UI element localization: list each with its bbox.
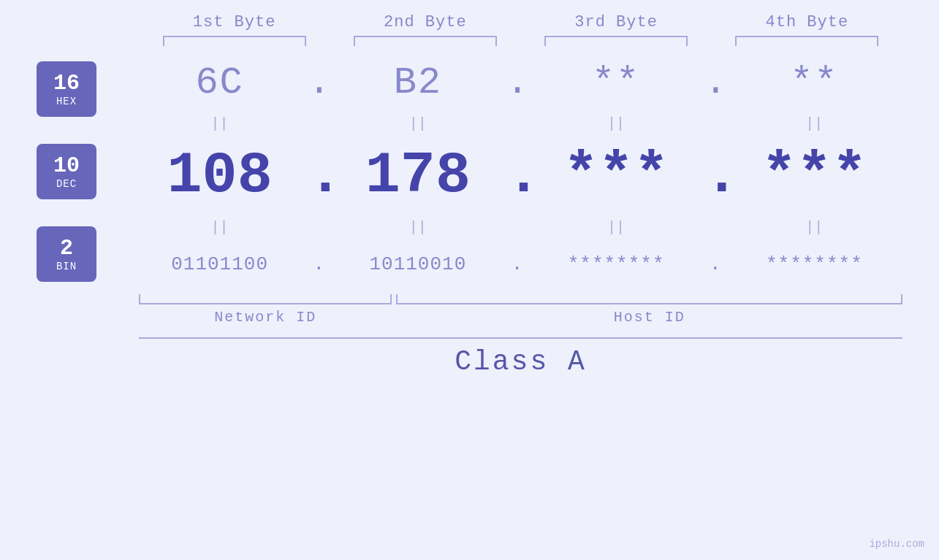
bin-badge-label: BIN — [56, 261, 77, 272]
top-bracket-2 — [354, 36, 497, 46]
eq2-3: || — [528, 219, 704, 236]
hex-badge: 16 HEX — [37, 61, 96, 117]
dec-val-2: 178 — [365, 142, 471, 209]
dec-dot-1: . — [308, 142, 330, 209]
dec-byte-3: *** — [528, 142, 704, 209]
dec-byte-2: 178 — [330, 142, 506, 209]
watermark: ipshu.com — [869, 538, 924, 550]
dec-val-1: 108 — [167, 142, 273, 209]
dec-byte-1: 108 — [132, 142, 308, 209]
bracket-cell-3 — [521, 36, 712, 46]
hex-byte-4: ** — [726, 61, 902, 104]
hex-badge-label: HEX — [56, 96, 77, 107]
hex-val-2: B2 — [394, 61, 442, 104]
network-id-bracket: Network ID — [139, 294, 392, 326]
eq2-1: || — [132, 219, 308, 236]
badge-wrapper-dec: 10 DEC — [37, 128, 132, 215]
bracket-cell-4 — [712, 36, 902, 46]
byte-header-3: 3rd Byte — [521, 13, 712, 31]
dec-val-3: *** — [563, 142, 669, 209]
equals-row-2: || || || || — [132, 215, 902, 239]
bin-val-2: 10110010 — [369, 253, 466, 275]
bracket-cell-2 — [330, 36, 520, 46]
badge-wrapper-bin: 2 BIN — [37, 221, 132, 287]
host-id-label: Host ID — [396, 309, 902, 326]
byte-header-2: 2nd Byte — [330, 13, 520, 31]
dec-dot-3: . — [704, 142, 726, 209]
byte-header-1: 1st Byte — [139, 13, 330, 31]
dec-val-4: *** — [761, 142, 867, 209]
hex-val-3: ** — [592, 61, 640, 104]
eq2-2: || — [330, 219, 506, 236]
hex-row: 6C . B2 . ** . ** — [132, 53, 902, 112]
bin-row: 01101100 . 10110010 . ******** . *******… — [132, 239, 902, 290]
eq2-4: || — [726, 219, 902, 236]
bin-dot-3: . — [704, 253, 726, 275]
main-container: 1st Byte 2nd Byte 3rd Byte 4th Byte 16 H… — [0, 0, 939, 560]
hex-val-4: ** — [790, 61, 838, 104]
dec-badge-number: 10 — [53, 154, 80, 178]
dec-dot-2: . — [506, 142, 528, 209]
bin-byte-1: 01101100 — [132, 253, 308, 275]
eq-4: || — [726, 115, 902, 132]
bin-byte-3: ******** — [528, 253, 704, 275]
badge-wrapper-hex: 16 HEX — [37, 56, 132, 122]
bin-dot-1: . — [308, 253, 330, 275]
bin-val-4: ******** — [766, 253, 863, 275]
bin-val-1: 01101100 — [171, 253, 268, 275]
equals-row-1: || || || || — [132, 112, 902, 135]
bin-badge-number: 2 — [60, 237, 73, 261]
hex-byte-1: 6C — [132, 61, 308, 104]
dec-badge: 10 DEC — [37, 144, 96, 199]
host-bracket-line — [396, 294, 902, 304]
eq-1: || — [132, 115, 308, 132]
hex-dot-2: . — [506, 61, 528, 104]
class-line — [139, 337, 902, 339]
right-content: 6C . B2 . ** . ** || || — [132, 46, 902, 290]
hex-badge-number: 16 — [53, 72, 80, 96]
hex-byte-3: ** — [528, 61, 704, 104]
hex-val-1: 6C — [195, 61, 243, 104]
top-bracket-3 — [544, 36, 688, 46]
bin-byte-2: 10110010 — [330, 253, 506, 275]
top-bracket-row — [37, 36, 902, 46]
bin-byte-4: ******** — [726, 253, 902, 275]
top-bracket-1 — [163, 36, 306, 46]
eq-3: || — [528, 115, 704, 132]
top-bracket-4 — [735, 36, 878, 46]
bracket-cell-1 — [139, 36, 330, 46]
badges-column: 16 HEX 10 DEC 2 BIN — [37, 46, 132, 290]
hex-dot-3: . — [704, 61, 726, 104]
dec-badge-label: DEC — [56, 178, 77, 190]
byte-header-4: 4th Byte — [712, 13, 902, 31]
host-id-bracket: Host ID — [396, 294, 902, 326]
hex-dot-1: . — [308, 61, 330, 104]
network-id-label: Network ID — [139, 309, 392, 326]
bottom-bracket-row: Network ID Host ID — [37, 294, 902, 326]
network-bracket-line — [139, 294, 392, 304]
bin-val-3: ******** — [568, 253, 665, 275]
byte-headers-row: 1st Byte 2nd Byte 3rd Byte 4th Byte — [37, 13, 902, 31]
rows-wrapper: 16 HEX 10 DEC 2 BIN — [37, 46, 902, 290]
class-row: Class A — [37, 337, 902, 377]
dec-row: 108 . 178 . *** . *** — [132, 135, 902, 215]
bin-badge: 2 BIN — [37, 226, 96, 282]
dec-byte-4: *** — [726, 142, 902, 209]
class-label: Class A — [139, 346, 902, 377]
bin-dot-2: . — [506, 253, 528, 275]
eq-2: || — [330, 115, 506, 132]
hex-byte-2: B2 — [330, 61, 506, 104]
